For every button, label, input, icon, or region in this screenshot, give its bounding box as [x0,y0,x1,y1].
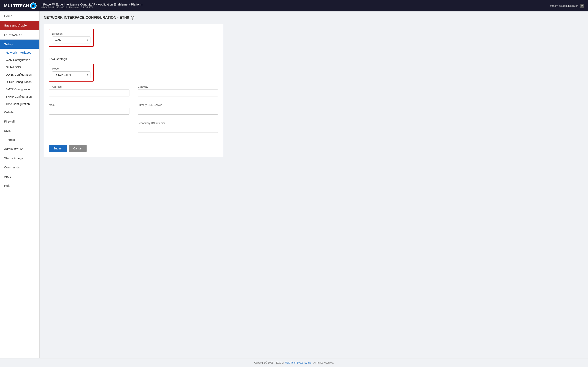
sidebar-item-home[interactable]: Home [0,11,39,21]
ip-address-input[interactable] [49,90,130,96]
sidebar-subitem-snmp[interactable]: SNMP Configuration [0,93,39,100]
header: MULTITECH mPower™ Edge Intelligence Cond… [0,0,588,11]
footer-text: Copyright © 1995 - 2020 by [254,361,284,364]
user-info: mtadm as administrator [550,4,584,8]
direction-label: Direction [52,32,90,35]
device-info: MTCAP-L4E1-868-001A Firmware 5.3.0-BETA [41,6,550,9]
ip-address-group: IP Address [49,85,130,96]
submit-button[interactable]: Submit [49,145,67,152]
username: mtadm as administrator [550,4,578,7]
ipv4-section-title: IPv4 Settings [49,57,218,60]
sidebar-subitem-time[interactable]: Time Configuration [0,100,39,108]
primary-dns-input[interactable] [138,108,218,115]
sidebar-subitem-smtp[interactable]: SMTP Configuration [0,86,39,93]
logo-circle [30,2,36,9]
mode-select-wrapper: DHCP Client Static Disabled [52,71,90,78]
sidebar-item-cellular[interactable]: Cellular [0,108,39,117]
mask-group: Mask [49,103,130,115]
firmware-version: 5.3.0-BETA [81,6,93,9]
sidebar-subitem-dhcp[interactable]: DHCP Configuration [0,78,39,86]
logout-button[interactable] [580,4,584,8]
mode-section: Mode DHCP Client Static Disabled [49,64,94,82]
mask-input[interactable] [49,108,130,115]
sidebar-subitem-ddns[interactable]: DDNS Configuration [0,71,39,78]
sidebar-item-save-apply[interactable]: Save and Apply [0,21,39,30]
sidebar: Home Save and Apply LoRaWAN ® Setup Netw… [0,11,40,358]
footer-rights: · All rights reserved. [312,361,334,364]
button-row: Submit Cancel [49,145,218,152]
sidebar-subitem-global-dns[interactable]: Global DNS [0,64,39,71]
svg-rect-1 [581,4,581,7]
main-content: NETWORK INTERFACE CONFIGURATION - ETH0 ?… [40,11,588,358]
form-card: Direction WAN LAN IPv4 Settings Mode DHC… [44,24,223,157]
mask-label: Mask [49,103,130,106]
sidebar-item-tunnels[interactable]: Tunnels [0,135,39,144]
gateway-group: Gateway [138,85,218,96]
sidebar-subitem-network-interfaces[interactable]: Network Interfaces [0,49,39,56]
sidebar-item-administration[interactable]: Administration [0,144,39,154]
gateway-input[interactable] [138,90,218,96]
app-title: mPower™ Edge Intelligence Conduit AP - A… [41,3,550,6]
help-icon[interactable]: ? [131,16,134,20]
primary-dns-label: Primary DNS Server [138,103,218,106]
gateway-label: Gateway [138,85,218,88]
firmware-label: Firmware [69,6,79,9]
secondary-dns-input[interactable] [138,126,218,133]
layout: Home Save and Apply LoRaWAN ® Setup Netw… [0,11,588,358]
footer-link[interactable]: Multi-Tech Systems, Inc. [285,361,311,364]
direction-section: Direction WAN LAN [49,29,94,47]
sidebar-subitem-wan-config[interactable]: WAN Configuration [0,56,39,64]
section-divider [49,54,218,54]
logo-text: MULTITECH [4,3,29,8]
sidebar-item-help[interactable]: Help [0,181,39,190]
ip-address-label: IP Address [49,85,130,88]
sidebar-item-status-logs[interactable]: Status & Logs [0,154,39,163]
secondary-dns-label: Secondary DNS Server [138,122,218,125]
footer: Copyright © 1995 - 2020 by Multi-Tech Sy… [0,358,588,367]
sidebar-item-firewall[interactable]: Firewall [0,117,39,126]
logo-circle-inner [32,4,35,7]
sidebar-item-commands[interactable]: Commands [0,163,39,172]
primary-dns-group: Primary DNS Server [138,103,218,115]
sidebar-item-apps[interactable]: Apps [0,172,39,181]
mode-label: Mode [52,67,90,70]
form-divider [49,140,218,140]
sidebar-item-sms[interactable]: SMS [0,126,39,135]
device-id: MTCAP-L4E1-868-001A [41,6,67,9]
header-title: mPower™ Edge Intelligence Conduit AP - A… [41,3,550,9]
cancel-button[interactable]: Cancel [69,145,87,152]
secondary-dns-group: Secondary DNS Server [138,122,218,133]
sidebar-item-lorawan[interactable]: LoRaWAN ® [0,30,39,40]
direction-select[interactable]: WAN LAN [52,36,90,43]
direction-select-wrapper: WAN LAN [52,36,90,43]
sidebar-item-setup[interactable]: Setup [0,40,39,49]
mode-select[interactable]: DHCP Client Static Disabled [52,71,90,78]
page-title: NETWORK INTERFACE CONFIGURATION - ETH0 ? [44,16,584,20]
ipv4-fields: IP Address Gateway Mask Primary DNS Serv… [49,85,218,136]
logo: MULTITECH [4,2,36,9]
